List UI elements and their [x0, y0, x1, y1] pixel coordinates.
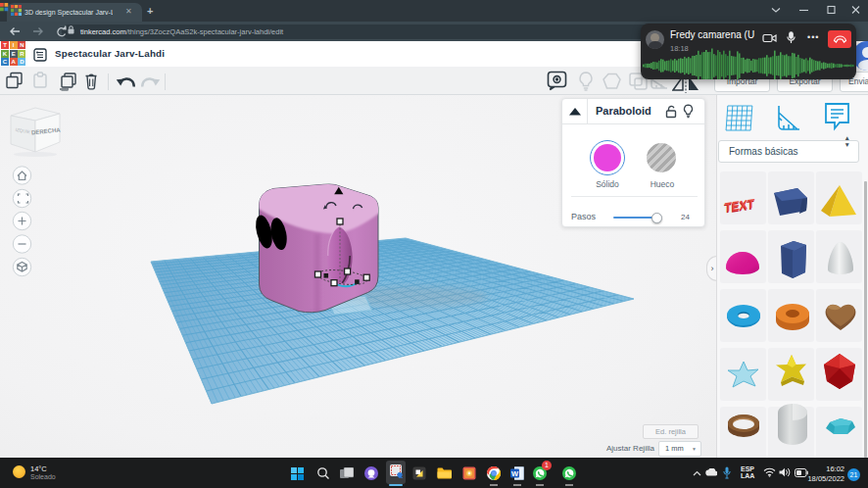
svg-text:W: W: [511, 469, 519, 478]
